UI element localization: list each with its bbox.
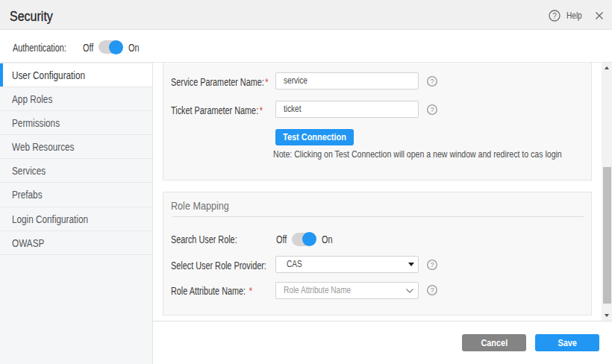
svg-text:?: ? — [552, 12, 557, 20]
svg-text:?: ? — [430, 261, 434, 269]
svg-text:?: ? — [430, 78, 434, 85]
svg-text:?: ? — [430, 286, 434, 294]
svg-text:?: ? — [430, 106, 434, 113]
